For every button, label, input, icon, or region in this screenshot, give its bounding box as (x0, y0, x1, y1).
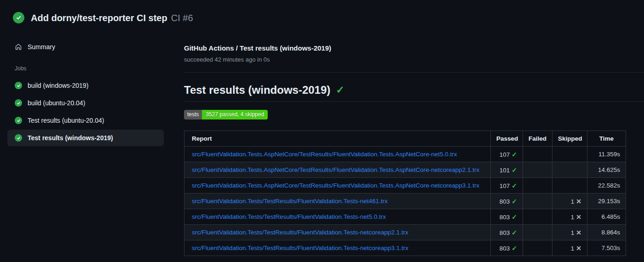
time-value: 14.625s (587, 162, 626, 178)
column-header-skipped: Skipped (552, 131, 587, 147)
check-icon: ✓ (512, 182, 517, 189)
home-icon (15, 43, 22, 51)
skipped-count: 1 (571, 245, 575, 252)
divider (184, 72, 644, 73)
column-header-report: Report (184, 131, 491, 147)
time-value: 7.503s (587, 240, 626, 256)
time-value: 29.153s (587, 194, 626, 209)
sidebar-item-test-results-ubuntu-2004[interactable]: Test results (ubuntu-20.04) (7, 112, 164, 129)
sidebar-item-summary[interactable]: Summary (7, 39, 164, 55)
table-row: src/FluentValidation.Tests/TestResults/F… (184, 194, 626, 209)
skipped-count (552, 178, 587, 194)
skipped-count: 1 (571, 229, 575, 236)
job-success-icon (15, 82, 22, 89)
passed-count: 803 (500, 229, 510, 236)
time-value: 8.864s (587, 225, 626, 240)
job-label: build (windows-2019) (28, 82, 88, 89)
success-check-circle-icon (13, 12, 24, 23)
x-icon: ✕ (576, 245, 581, 252)
time-value: 22.582s (587, 178, 626, 194)
time-value: 11.359s (587, 147, 626, 162)
badge-value: 3527 passed, 4 skipped (202, 110, 268, 120)
failed-count (523, 240, 552, 256)
job-success-icon (15, 99, 22, 107)
table-row: src/FluentValidation.Tests.AspNetCore/Te… (184, 147, 626, 162)
report-link[interactable]: src/FluentValidation.Tests/TestResults/F… (192, 229, 408, 236)
results-table: Report Passed Failed Skipped Time src/Fl… (184, 131, 626, 256)
passed-count: 107 (500, 182, 510, 189)
check-icon: ✓ (512, 151, 517, 158)
report-link[interactable]: src/FluentValidation.Tests.AspNetCore/Te… (192, 166, 479, 173)
column-header-passed: Passed (491, 131, 523, 147)
table-row: src/FluentValidation.Tests/TestResults/F… (184, 209, 626, 225)
tests-badge: tests 3527 passed, 4 skipped (184, 110, 268, 120)
time-value: 6.485s (587, 209, 626, 225)
table-row: src/FluentValidation.Tests/TestResults/F… (184, 240, 626, 256)
failed-count (523, 162, 552, 178)
job-success-icon (15, 134, 22, 142)
skipped-count (552, 147, 587, 162)
check-icon: ✓ (512, 198, 517, 205)
heading-check-icon: ✓ (336, 84, 344, 96)
main-content: GitHub Actions / Test results (windows-2… (184, 44, 644, 256)
failed-count (523, 209, 552, 225)
skipped-count (552, 162, 587, 178)
check-icon: ✓ (512, 229, 517, 236)
passed-count: 107 (500, 151, 510, 158)
run-title-text: Add dorny/test-reporter CI step (31, 13, 167, 23)
job-breadcrumb-title: GitHub Actions / Test results (windows-2… (184, 44, 644, 52)
check-icon: ✓ (512, 213, 517, 221)
badge-label: tests (184, 110, 202, 120)
skipped-count: 1 (571, 214, 575, 221)
check-icon: ✓ (512, 166, 517, 174)
skipped-count: 1 (571, 198, 575, 205)
job-label: Test results (windows-2019) (28, 134, 113, 142)
results-heading: Test results (windows-2019) ✓ (184, 84, 644, 102)
report-link[interactable]: src/FluentValidation.Tests.AspNetCore/Te… (192, 151, 457, 158)
x-icon: ✕ (576, 213, 581, 221)
x-icon: ✕ (576, 229, 581, 236)
report-link[interactable]: src/FluentValidation.Tests/TestResults/F… (192, 245, 408, 251)
sidebar: Summary Jobs build (windows-2019) build … (7, 39, 164, 146)
check-icon: ✓ (512, 245, 517, 252)
report-link[interactable]: src/FluentValidation.Tests/TestResults/F… (192, 213, 386, 220)
table-row: src/FluentValidation.Tests.AspNetCore/Te… (184, 178, 626, 194)
sidebar-summary-label: Summary (28, 43, 55, 51)
passed-count: 101 (500, 167, 510, 174)
jobs-section-label: Jobs (7, 55, 164, 76)
x-icon: ✕ (576, 198, 581, 205)
sidebar-item-build-ubuntu-2004[interactable]: build (ubuntu-20.04) (7, 95, 164, 111)
failed-count (523, 147, 552, 162)
report-link[interactable]: src/FluentValidation.Tests/TestResults/F… (192, 198, 388, 205)
failed-count (523, 225, 552, 240)
run-header: Add dorny/test-reporter CI stepCI #6 (13, 12, 193, 23)
job-status-text: succeeded 42 minutes ago in 0s (184, 56, 644, 63)
failed-count (523, 194, 552, 209)
job-success-icon (15, 117, 22, 124)
page-title: Add dorny/test-reporter CI stepCI #6 (31, 12, 193, 23)
column-header-failed: Failed (523, 131, 552, 147)
table-row: src/FluentValidation.Tests/TestResults/F… (184, 225, 626, 240)
run-number: CI #6 (171, 13, 193, 23)
job-label: build (ubuntu-20.04) (28, 99, 85, 107)
passed-count: 803 (500, 198, 510, 205)
failed-count (523, 178, 552, 194)
passed-count: 803 (500, 214, 510, 221)
job-label: Test results (ubuntu-20.04) (28, 117, 104, 124)
report-link[interactable]: src/FluentValidation.Tests.AspNetCore/Te… (192, 182, 479, 189)
results-heading-text: Test results (windows-2019) (184, 84, 330, 97)
sidebar-item-test-results-windows-2019[interactable]: Test results (windows-2019) (7, 130, 164, 146)
sidebar-item-build-windows-2019[interactable]: build (windows-2019) (7, 77, 164, 94)
table-row: src/FluentValidation.Tests.AspNetCore/Te… (184, 162, 626, 178)
column-header-time: Time (587, 131, 626, 147)
passed-count: 803 (500, 245, 510, 252)
table-header-row: Report Passed Failed Skipped Time (184, 131, 626, 147)
